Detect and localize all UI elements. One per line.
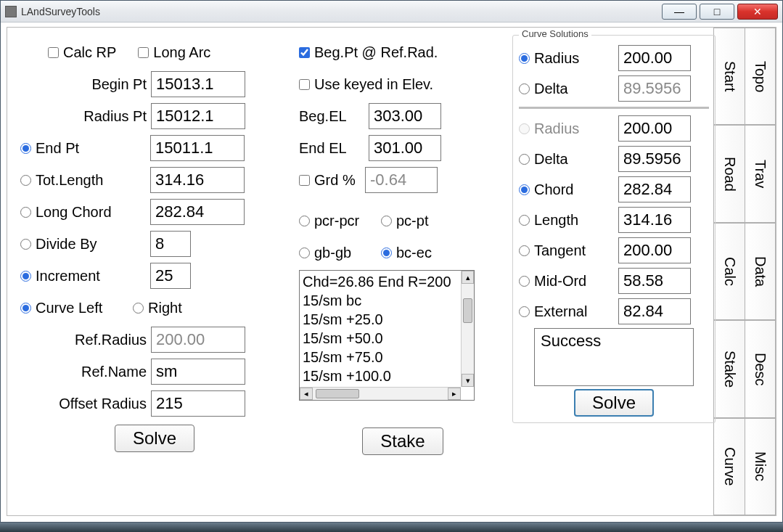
grd-pct-checkbox[interactable] — [299, 175, 310, 186]
tab-trav[interactable]: Trav — [745, 125, 776, 222]
long-arc-checkbox[interactable] — [138, 47, 149, 58]
cs-delta1-input[interactable] — [618, 75, 691, 102]
maximize-button[interactable]: □ — [700, 4, 734, 20]
list-item[interactable]: 15/sm bc — [303, 291, 458, 310]
radius-pt-label: Radius Pt — [20, 108, 151, 125]
scroll-up-icon[interactable]: ▴ — [462, 271, 474, 284]
cs-delta2-input[interactable] — [618, 146, 691, 172]
list-vertical-scrollbar[interactable]: ▴ ▾ — [461, 271, 474, 387]
pc-pt-radio[interactable] — [381, 216, 392, 226]
list-item[interactable]: 15/sm +25.0 — [303, 310, 458, 329]
beg-pt-ref-rad-checkbox[interactable] — [299, 47, 310, 58]
cs-tangent-input[interactable] — [618, 237, 691, 263]
cs-delta2-radio[interactable] — [519, 154, 530, 165]
begin-pt-label: Begin Pt — [20, 76, 151, 93]
cs-chord-input[interactable] — [618, 176, 691, 202]
cs-tangent-radio[interactable] — [519, 245, 530, 256]
ref-radius-input[interactable] — [151, 327, 245, 353]
taskbar[interactable] — [0, 523, 783, 532]
long-chord-input[interactable] — [150, 199, 245, 225]
calc-rp-checkbox[interactable] — [48, 47, 59, 58]
scroll-right-icon[interactable]: ▸ — [448, 388, 461, 400]
tab-misc[interactable]: Misc — [745, 418, 776, 515]
end-el-label: End EL — [299, 140, 369, 157]
scroll-down-icon[interactable]: ▾ — [462, 374, 474, 387]
scroll-left-icon[interactable]: ◂ — [300, 388, 313, 400]
panel-middle: Beg.Pt @ Ref.Rad. Use keyed in Elev. Beg… — [299, 35, 507, 507]
list-item[interactable]: 15/sm +50.0 — [303, 329, 458, 348]
use-keyed-elev-checkbox[interactable] — [299, 79, 310, 90]
cs-radius2-radio — [519, 123, 530, 134]
close-button[interactable]: ✕ — [737, 4, 778, 20]
list-item[interactable]: 15/sm +100.0 — [303, 367, 458, 385]
panel-left: Calc RP Long Arc Begin Pt Radius Pt End … — [20, 35, 289, 507]
gb-gb-radio[interactable] — [299, 247, 310, 258]
end-pt-label: End Pt — [36, 140, 150, 157]
beg-pt-ref-rad-label: Beg.Pt @ Ref.Rad. — [314, 44, 438, 61]
stake-list[interactable]: Chd=26.86 End R=200 15/sm bc 15/sm +25.0… — [299, 270, 475, 401]
end-pt-input[interactable] — [150, 135, 245, 161]
end-el-input[interactable] — [369, 135, 441, 161]
cs-midord-radio[interactable] — [519, 276, 530, 287]
cs-radius2-input[interactable] — [618, 115, 691, 142]
radius-pt-input[interactable] — [151, 103, 245, 129]
begin-pt-input[interactable] — [151, 71, 245, 97]
tab-stake[interactable]: Stake — [713, 320, 745, 417]
curve-left-radio[interactable] — [20, 303, 31, 314]
scroll-thumb[interactable] — [463, 298, 472, 323]
cs-delta1-label: Delta — [534, 81, 618, 97]
grd-pct-input[interactable] — [365, 167, 438, 193]
cs-radius1-radio[interactable] — [519, 53, 530, 64]
tab-road[interactable]: Road — [713, 125, 745, 222]
pcr-pcr-label: pcr-pcr — [314, 213, 381, 229]
cs-delta1-radio[interactable] — [519, 83, 530, 94]
cs-external-input[interactable] — [618, 298, 691, 324]
cs-length-radio[interactable] — [519, 215, 530, 226]
ref-name-label: Ref.Name — [20, 364, 151, 380]
list-item[interactable]: Chd=26.86 End R=200 — [303, 272, 458, 291]
beg-el-input[interactable] — [369, 103, 441, 129]
divider — [519, 107, 709, 109]
bc-ec-radio[interactable] — [381, 247, 392, 258]
divide-by-input[interactable] — [150, 231, 191, 257]
end-pt-radio[interactable] — [20, 143, 31, 154]
solve-button-right[interactable]: Solve — [574, 389, 654, 417]
divide-by-radio[interactable] — [20, 239, 31, 250]
pcr-pcr-radio[interactable] — [299, 216, 310, 226]
list-item[interactable]: 15/sm +75.0 — [303, 348, 458, 367]
tab-desc[interactable]: Desc — [745, 320, 776, 417]
cs-midord-input[interactable] — [618, 268, 691, 294]
tab-data[interactable]: Data — [745, 223, 776, 320]
tab-start[interactable]: Start — [713, 28, 745, 125]
tot-length-input[interactable] — [150, 167, 245, 193]
pc-pt-label: pc-pt — [396, 213, 428, 229]
cs-chord-radio[interactable] — [519, 184, 530, 195]
tab-calc[interactable]: Calc — [713, 223, 745, 320]
app-icon — [5, 6, 17, 17]
long-chord-radio[interactable] — [20, 207, 31, 218]
minimize-button[interactable]: — — [662, 4, 697, 20]
scroll-thumb-h[interactable] — [316, 389, 359, 398]
cs-chord-label: Chord — [534, 181, 618, 198]
ref-radius-label: Ref.Radius — [20, 332, 151, 348]
cs-radius1-input[interactable] — [618, 45, 691, 71]
stake-button[interactable]: Stake — [362, 427, 443, 455]
curve-right-radio[interactable] — [133, 303, 144, 314]
tab-curve[interactable]: Curve — [713, 418, 745, 515]
cs-external-radio[interactable] — [519, 306, 530, 317]
increment-radio[interactable] — [20, 271, 31, 282]
status-text: Success — [541, 332, 601, 350]
window-title: LAndSurveyTools — [21, 6, 659, 17]
tot-length-radio[interactable] — [20, 175, 31, 186]
cs-length-label: Length — [534, 212, 618, 229]
cs-length-input[interactable] — [618, 207, 691, 233]
titlebar[interactable]: LAndSurveyTools — □ ✕ — [1, 1, 782, 22]
list-horizontal-scrollbar[interactable]: ◂ ▸ — [300, 387, 461, 400]
cs-radius1-label: Radius — [534, 50, 618, 67]
tab-topo[interactable]: Topo — [745, 28, 776, 125]
use-keyed-elev-label: Use keyed in Elev. — [314, 76, 433, 93]
increment-input[interactable] — [150, 263, 191, 289]
ref-name-input[interactable] — [151, 359, 245, 385]
solve-button-left[interactable]: Solve — [115, 425, 194, 452]
offset-radius-input[interactable] — [151, 390, 245, 417]
